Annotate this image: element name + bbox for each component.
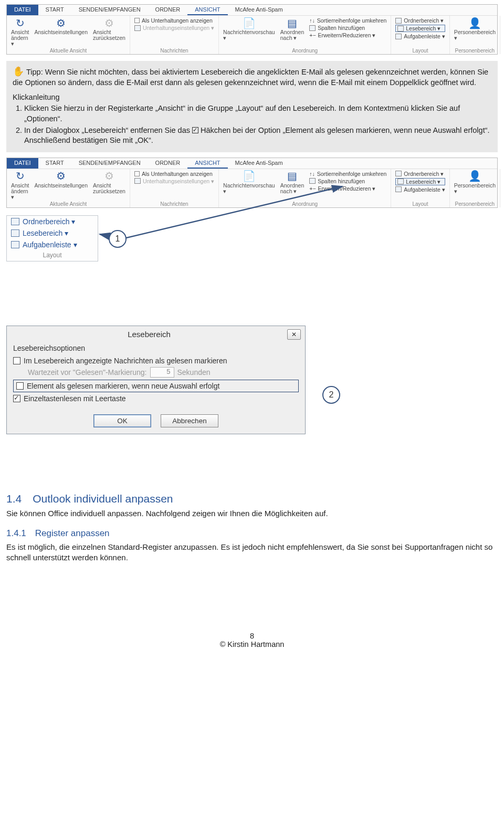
zoom-todo-bar-button[interactable]: Aufgabenleiste ▾ — [7, 239, 98, 250]
checkbox-checked-icon — [13, 395, 20, 402]
reading-pane-button[interactable]: Lesebereich ▾ — [395, 25, 445, 32]
tip-text: Tipp: Wenn Sie nicht möchten, dass bei a… — [13, 68, 488, 87]
group-label-arrangement: Anordnung — [223, 48, 386, 54]
todo-bar-icon — [11, 241, 19, 248]
sort-arrows-icon: ↑↓ — [309, 17, 315, 24]
folder-pane-icon — [395, 18, 402, 24]
tab-start-2[interactable]: START — [38, 158, 71, 169]
people-pane-button[interactable]: 👤Personenbereich ▾ — [454, 17, 496, 41]
instruction-list: Klicken Sie hierzu in der Registerkarte … — [13, 103, 491, 145]
message-preview-button-2[interactable]: 📄Nachrichtenvorschau ▾ — [223, 171, 275, 194]
ribbon-tabs: DATEI START SENDEN/EMPFANGEN ORDNER ANSI… — [7, 5, 497, 16]
dialog-subtitle: Lesebereichsoptionen — [13, 344, 299, 352]
reading-pane-dialog: Lesebereich ✕ Lesebereichsoptionen Im Le… — [6, 326, 306, 434]
columns-icon — [309, 25, 316, 31]
checkbox-icon — [16, 382, 24, 390]
reading-pane-button-2[interactable]: Lesebereich ▾ — [395, 178, 445, 185]
dialog-close-button[interactable]: ✕ — [287, 329, 301, 340]
todo-bar-button[interactable]: Aufgabenleiste ▾ — [395, 33, 445, 39]
todo-bar-icon — [395, 34, 402, 39]
zoom-folder-pane-button[interactable]: Ordnerbereich ▾ — [7, 216, 98, 227]
view-settings-button[interactable]: ⚙Ansichtseinstellungen — [34, 17, 88, 35]
view-change-button[interactable]: ↻Ansicht ändern ▾ — [11, 17, 29, 47]
page-footer: 8 © Kirstin Hartmann — [6, 632, 498, 654]
dialog-opt-mark-read[interactable]: Im Lesebereich angezeigte Nachrichten al… — [13, 355, 299, 366]
reverse-sort-button-2[interactable]: ↑↓Sortierreihenfolge umkehren — [309, 171, 386, 177]
folder-pane-icon — [11, 218, 19, 225]
outlook-ribbon-repeat: DATEI START SENDEN/EMPFANGEN ORDNER ANSI… — [6, 158, 498, 208]
group-label-layout: Layout — [395, 48, 445, 54]
tab-view-2[interactable]: ANSICHT — [187, 158, 227, 169]
layout-group-zoom: Ordnerbereich ▾ Lesebereich ▾ Aufgabenle… — [6, 215, 98, 261]
people-pane-button-2[interactable]: 👤Personenbereich ▾ — [454, 171, 496, 194]
expand-reduce-button-2[interactable]: +−Erweitern/Reduzieren ▾ — [309, 185, 386, 192]
tab-folder-2[interactable]: ORDNER — [148, 158, 188, 169]
callout-2: 2 — [322, 386, 340, 404]
cancel-button[interactable]: Abbrechen — [161, 414, 218, 427]
checked-box-icon — [192, 127, 198, 133]
conversation-settings-button-2[interactable]: Unterhaltungseinstellungen ▾ — [134, 178, 214, 184]
view-settings-button-2[interactable]: ⚙Ansichtseinstellungen — [34, 171, 88, 189]
paragraph-1-4-1: Es ist möglich, die einzelnen Standard-R… — [6, 542, 498, 563]
hand-icon: ✋ — [13, 66, 24, 77]
view-reset-button[interactable]: ⚙Ansicht zurücksetzen — [93, 17, 125, 41]
expand-reduce-button[interactable]: +−Erweitern/Reduzieren ▾ — [309, 32, 386, 38]
folder-pane-button-2[interactable]: Ordnerbereich ▾ — [395, 171, 445, 177]
reverse-sort-button[interactable]: ↑↓Sortierreihenfolge umkehren — [309, 17, 386, 24]
show-conversations-checkbox-2[interactable]: Als Unterhaltungen anzeigen — [134, 171, 214, 177]
illustration-dialog: Lesebereich ✕ Lesebereichsoptionen Im Le… — [6, 326, 498, 478]
callout-1: 1 — [109, 230, 127, 248]
heading-1-4: 1.4 Outlook individuell anpassen — [6, 493, 498, 505]
tab-start[interactable]: START — [38, 5, 71, 15]
add-columns-button-2[interactable]: Spalten hinzufügen — [309, 178, 386, 184]
arrange-by-button[interactable]: ▤Anordnen nach ▾ — [280, 17, 304, 41]
add-columns-button[interactable]: Spalten hinzufügen — [309, 25, 386, 31]
group-label-people: Personenbereich — [454, 48, 496, 54]
klickanleitung-label: Klickanleitung — [13, 92, 491, 103]
group-label-current-view: Aktuelle Ansicht — [11, 48, 125, 54]
paragraph-1-4: Sie können Office individuell anpassen. … — [6, 508, 498, 519]
zoom-group-label: Layout — [7, 250, 98, 261]
tab-file-2[interactable]: DATEI — [7, 158, 38, 169]
show-conversations-checkbox[interactable]: Als Unterhaltungen anzeigen — [134, 17, 214, 24]
zoom-reading-pane-button[interactable]: Lesebereich ▾ — [7, 227, 98, 239]
todo-bar-button-2[interactable]: Aufgabenleiste ▾ — [395, 186, 445, 193]
view-change-button-2[interactable]: ↻Ansicht ändern ▾ — [11, 171, 29, 200]
group-label-messages: Nachrichten — [134, 48, 214, 54]
ok-button[interactable]: OK — [93, 414, 151, 427]
tab-mcafee-2[interactable]: McAfee Anti-Spam — [228, 158, 290, 169]
heading-1-4-1: 1.4.1 Register anpassen — [6, 528, 498, 539]
arrange-by-button-2[interactable]: ▤Anordnen nach ▾ — [280, 171, 304, 194]
dialog-wait-row: Wartezeit vor "Gelesen"-Markierung: 5 Se… — [13, 366, 299, 379]
tab-send-receive[interactable]: SENDEN/EMPFANGEN — [71, 5, 148, 15]
reading-pane-icon — [397, 26, 404, 32]
conversation-settings-button[interactable]: Unterhaltungseinstellungen ▾ — [134, 25, 214, 31]
message-preview-button[interactable]: 📄Nachrichtenvorschau ▾ — [223, 17, 275, 41]
tab-mcafee[interactable]: McAfee Anti-Spam — [228, 5, 290, 15]
dialog-opt-mark-on-select[interactable]: Element als gelesen markieren, wenn neue… — [13, 380, 299, 392]
dialog-opt-spacebar[interactable]: Einzeltastenlesen mit Leertaste — [13, 393, 299, 404]
outlook-ribbon: DATEI START SENDEN/EMPFANGEN ORDNER ANSI… — [6, 4, 498, 55]
wait-seconds-input[interactable]: 5 — [150, 367, 174, 378]
tip-block: ✋Tipp: Wenn Sie nicht möchten, dass bei … — [6, 61, 498, 152]
tab-send-receive-2[interactable]: SENDEN/EMPFANGEN — [71, 158, 148, 169]
copyright: © Kirstin Hartmann — [6, 640, 498, 648]
step-1: Klicken Sie hierzu in der Registerkarte … — [24, 103, 491, 124]
illustration-layout-zoom: Ordnerbereich ▾ Lesebereich ▾ Aufgabenle… — [6, 215, 498, 310]
folder-pane-button[interactable]: Ordnerbereich ▾ — [395, 17, 445, 24]
view-reset-button-2[interactable]: ⚙Ansicht zurücksetzen — [93, 171, 125, 194]
reading-pane-icon — [11, 229, 19, 237]
checkbox-icon — [13, 357, 20, 364]
step-2: In der Dialogbox „Lesebereich“ entfernen… — [24, 125, 491, 146]
tab-view[interactable]: ANSICHT — [187, 5, 227, 15]
tab-folder[interactable]: ORDNER — [148, 5, 188, 15]
expand-icon: +− — [309, 32, 316, 38]
page-number: 8 — [6, 632, 498, 640]
tab-file[interactable]: DATEI — [7, 5, 38, 15]
settings-icon — [134, 25, 141, 31]
checkbox-icon — [134, 18, 140, 23]
dialog-title: Lesebereich — [11, 330, 287, 339]
